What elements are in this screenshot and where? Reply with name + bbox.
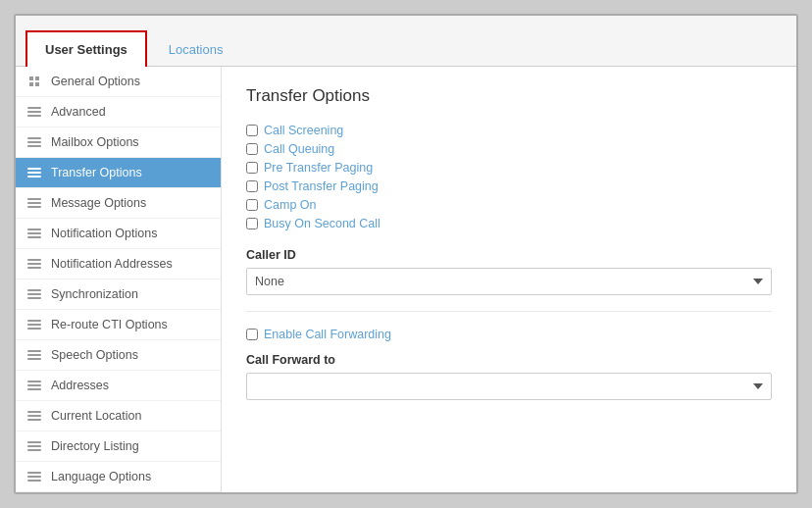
- checkbox-call-queuing[interactable]: Call Queuing: [246, 142, 772, 156]
- checkbox-camp-on[interactable]: Camp On: [246, 198, 772, 212]
- lines-icon: [25, 470, 43, 483]
- tab-user-settings[interactable]: User Settings: [25, 30, 147, 67]
- sidebar-item-directory-listing[interactable]: Directory Listing: [16, 432, 221, 462]
- sidebar-item-language-options[interactable]: Language Options: [16, 462, 221, 492]
- sidebar-item-mailbox-options[interactable]: Mailbox Options: [16, 127, 221, 158]
- content-title: Transfer Options: [246, 86, 772, 106]
- sidebar-item-advanced[interactable]: Advanced: [16, 97, 221, 127]
- lines-icon: [25, 318, 43, 331]
- enable-call-forwarding-checkbox[interactable]: [246, 329, 258, 340]
- lines-icon: [25, 227, 43, 240]
- caller-id-label: Caller ID: [246, 248, 772, 262]
- sidebar-item-notification-addresses[interactable]: Notification Addresses: [16, 249, 221, 279]
- sidebar-item-message-options[interactable]: Message Options: [16, 188, 221, 219]
- sidebar: General Options Advanced Mailbox Options: [16, 67, 222, 492]
- checkbox-call-screening[interactable]: Call Screening: [246, 124, 772, 137]
- lines-icon: [25, 287, 43, 301]
- call-forward-to-select[interactable]: [246, 373, 772, 400]
- lines-icon: [25, 257, 43, 271]
- call-forward-to-label: Call Forward to: [246, 353, 772, 367]
- sidebar-item-general-options[interactable]: General Options: [16, 67, 221, 97]
- lines-icon: [25, 379, 43, 392]
- checkbox-post-transfer-paging[interactable]: Post Transfer Paging: [246, 179, 772, 193]
- grid-icon: [25, 75, 43, 88]
- lines-icon: [25, 409, 43, 423]
- sidebar-item-notification-options[interactable]: Notification Options: [16, 219, 221, 249]
- lines-icon: [25, 105, 43, 119]
- sidebar-item-synchronization[interactable]: Synchronization: [16, 279, 221, 310]
- tab-locations[interactable]: Locations: [151, 32, 241, 67]
- checkbox-post-transfer-paging-input[interactable]: [246, 180, 258, 192]
- checkbox-busy-on-second-call[interactable]: Busy On Second Call: [246, 217, 772, 230]
- checkbox-pre-transfer-paging[interactable]: Pre Transfer Paging: [246, 161, 772, 175]
- sidebar-item-current-location[interactable]: Current Location: [16, 401, 221, 432]
- sidebar-item-transfer-options[interactable]: Transfer Options: [16, 158, 221, 188]
- sidebar-item-speech-options[interactable]: Speech Options: [16, 340, 221, 371]
- caller-id-select[interactable]: None: [246, 268, 772, 295]
- checkbox-busy-on-second-call-input[interactable]: [246, 218, 258, 229]
- lines-icon: [25, 348, 43, 362]
- main-area: General Options Advanced Mailbox Options: [16, 67, 796, 492]
- checkbox-call-queuing-input[interactable]: [246, 143, 258, 155]
- lines-icon-active: [25, 166, 43, 179]
- divider: [246, 311, 772, 312]
- options-checkboxes: Call Screening Call Queuing Pre Transfer…: [246, 124, 772, 230]
- caller-id-section: Caller ID None: [246, 248, 772, 295]
- enable-call-forwarding-label[interactable]: Enable Call Forwarding: [246, 328, 772, 341]
- lines-icon: [25, 439, 43, 453]
- checkbox-pre-transfer-paging-input[interactable]: [246, 162, 258, 174]
- lines-icon: [25, 196, 43, 210]
- sidebar-item-re-route-cti-options[interactable]: Re-route CTI Options: [16, 310, 221, 340]
- content-area: Transfer Options Call Screening Call Que…: [222, 67, 796, 492]
- checkbox-camp-on-input[interactable]: [246, 199, 258, 211]
- tabs-bar: User Settings Locations: [16, 16, 796, 67]
- lines-icon: [25, 135, 43, 149]
- main-window: User Settings Locations General Options: [14, 14, 798, 494]
- sidebar-item-addresses[interactable]: Addresses: [16, 371, 221, 401]
- checkbox-call-screening-input[interactable]: [246, 125, 258, 136]
